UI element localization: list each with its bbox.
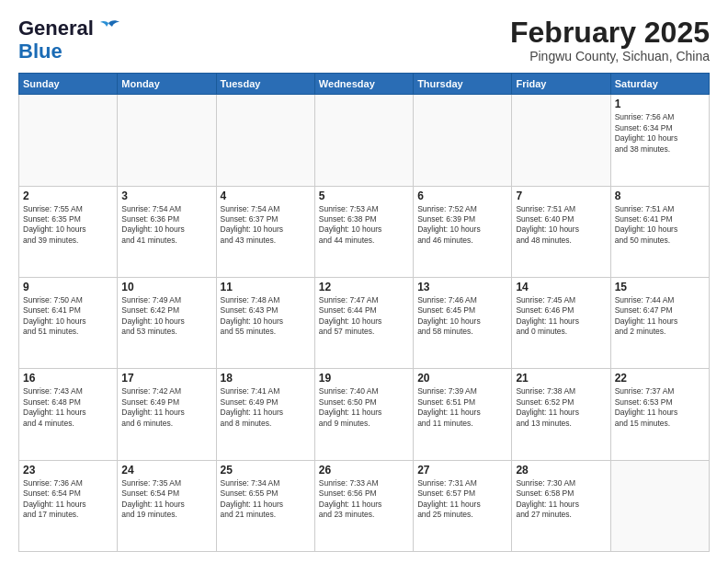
day-number: 6 <box>417 190 507 202</box>
day-info: Sunrise: 7:43 AM Sunset: 6:48 PM Dayligh… <box>23 386 113 429</box>
day-info: Sunrise: 7:50 AM Sunset: 6:41 PM Dayligh… <box>23 295 113 338</box>
day-number: 4 <box>221 190 311 202</box>
calendar-cell: 6Sunrise: 7:52 AM Sunset: 6:39 PM Daylig… <box>414 186 512 277</box>
day-info: Sunrise: 7:47 AM Sunset: 6:44 PM Dayligh… <box>319 295 409 338</box>
calendar-cell: 7Sunrise: 7:51 AM Sunset: 6:40 PM Daylig… <box>512 186 610 277</box>
day-info: Sunrise: 7:56 AM Sunset: 6:34 PM Dayligh… <box>615 112 705 155</box>
day-info: Sunrise: 7:40 AM Sunset: 6:50 PM Dayligh… <box>319 386 409 429</box>
day-number: 11 <box>221 281 311 293</box>
day-info: Sunrise: 7:54 AM Sunset: 6:37 PM Dayligh… <box>221 204 311 247</box>
day-number: 25 <box>221 464 311 477</box>
weekday-header-wednesday: Wednesday <box>314 74 413 95</box>
day-info: Sunrise: 7:54 AM Sunset: 6:36 PM Dayligh… <box>121 204 211 247</box>
day-number: 19 <box>319 372 409 385</box>
week-row-1: 1Sunrise: 7:56 AM Sunset: 6:34 PM Daylig… <box>19 95 710 186</box>
day-info: Sunrise: 7:31 AM Sunset: 6:57 PM Dayligh… <box>417 478 507 521</box>
calendar-cell: 9Sunrise: 7:50 AM Sunset: 6:41 PM Daylig… <box>19 277 118 368</box>
day-number: 9 <box>23 281 113 293</box>
logo-general-text: General <box>18 17 94 40</box>
day-info: Sunrise: 7:42 AM Sunset: 6:49 PM Dayligh… <box>121 386 211 429</box>
calendar-cell: 22Sunrise: 7:37 AM Sunset: 6:53 PM Dayli… <box>610 369 709 460</box>
day-info: Sunrise: 7:53 AM Sunset: 6:38 PM Dayligh… <box>319 204 409 247</box>
day-number: 18 <box>221 372 311 385</box>
day-number: 2 <box>23 190 113 202</box>
day-number: 27 <box>417 464 507 477</box>
calendar-table: SundayMondayTuesdayWednesdayThursdayFrid… <box>18 73 710 552</box>
page: General Blue February 2025 Pingwu County… <box>0 0 728 563</box>
day-info: Sunrise: 7:39 AM Sunset: 6:51 PM Dayligh… <box>417 386 507 429</box>
day-number: 7 <box>516 190 606 202</box>
calendar-cell: 10Sunrise: 7:49 AM Sunset: 6:42 PM Dayli… <box>118 277 216 368</box>
weekday-header-row: SundayMondayTuesdayWednesdayThursdayFrid… <box>19 74 710 95</box>
calendar-cell: 11Sunrise: 7:48 AM Sunset: 6:43 PM Dayli… <box>216 277 314 368</box>
day-number: 13 <box>417 281 507 293</box>
logo-bird-icon <box>96 19 121 38</box>
week-row-2: 2Sunrise: 7:55 AM Sunset: 6:35 PM Daylig… <box>19 186 710 277</box>
logo: General Blue <box>18 17 121 63</box>
day-number: 14 <box>516 281 606 293</box>
calendar-cell: 27Sunrise: 7:31 AM Sunset: 6:57 PM Dayli… <box>414 460 512 551</box>
day-number: 16 <box>23 372 113 385</box>
day-info: Sunrise: 7:35 AM Sunset: 6:54 PM Dayligh… <box>121 478 211 521</box>
weekday-header-saturday: Saturday <box>610 74 709 95</box>
day-number: 23 <box>23 464 113 477</box>
day-info: Sunrise: 7:36 AM Sunset: 6:54 PM Dayligh… <box>23 478 113 521</box>
header: General Blue February 2025 Pingwu County… <box>18 17 710 63</box>
day-number: 24 <box>121 464 211 477</box>
day-info: Sunrise: 7:44 AM Sunset: 6:47 PM Dayligh… <box>615 295 705 338</box>
calendar-cell: 2Sunrise: 7:55 AM Sunset: 6:35 PM Daylig… <box>19 186 118 277</box>
calendar-cell: 13Sunrise: 7:46 AM Sunset: 6:45 PM Dayli… <box>414 277 512 368</box>
title-area: February 2025 Pingwu County, Sichuan, Ch… <box>510 17 710 63</box>
day-number: 3 <box>121 190 211 202</box>
month-title: February 2025 <box>510 17 710 49</box>
day-info: Sunrise: 7:45 AM Sunset: 6:46 PM Dayligh… <box>516 295 606 338</box>
day-number: 8 <box>615 190 705 202</box>
week-row-3: 9Sunrise: 7:50 AM Sunset: 6:41 PM Daylig… <box>19 277 710 368</box>
day-info: Sunrise: 7:34 AM Sunset: 6:55 PM Dayligh… <box>221 478 311 521</box>
day-info: Sunrise: 7:49 AM Sunset: 6:42 PM Dayligh… <box>121 295 211 338</box>
week-row-4: 16Sunrise: 7:43 AM Sunset: 6:48 PM Dayli… <box>19 369 710 460</box>
calendar-cell: 15Sunrise: 7:44 AM Sunset: 6:47 PM Dayli… <box>610 277 709 368</box>
calendar-cell: 5Sunrise: 7:53 AM Sunset: 6:38 PM Daylig… <box>314 186 413 277</box>
calendar-cell: 3Sunrise: 7:54 AM Sunset: 6:36 PM Daylig… <box>118 186 216 277</box>
day-info: Sunrise: 7:30 AM Sunset: 6:58 PM Dayligh… <box>516 478 606 521</box>
weekday-header-thursday: Thursday <box>414 74 512 95</box>
calendar-cell <box>216 95 314 186</box>
day-info: Sunrise: 7:51 AM Sunset: 6:40 PM Dayligh… <box>516 204 606 247</box>
calendar-cell <box>314 95 413 186</box>
day-number: 10 <box>121 281 211 293</box>
weekday-header-monday: Monday <box>118 74 216 95</box>
day-number: 28 <box>516 464 606 477</box>
calendar-cell: 23Sunrise: 7:36 AM Sunset: 6:54 PM Dayli… <box>19 460 118 551</box>
calendar-cell: 16Sunrise: 7:43 AM Sunset: 6:48 PM Dayli… <box>19 369 118 460</box>
day-number: 21 <box>516 372 606 385</box>
day-info: Sunrise: 7:48 AM Sunset: 6:43 PM Dayligh… <box>221 295 311 338</box>
day-info: Sunrise: 7:33 AM Sunset: 6:56 PM Dayligh… <box>319 478 409 521</box>
calendar-cell <box>19 95 118 186</box>
day-info: Sunrise: 7:38 AM Sunset: 6:52 PM Dayligh… <box>516 386 606 429</box>
calendar-cell: 12Sunrise: 7:47 AM Sunset: 6:44 PM Dayli… <box>314 277 413 368</box>
calendar-cell: 1Sunrise: 7:56 AM Sunset: 6:34 PM Daylig… <box>610 95 709 186</box>
calendar-cell: 19Sunrise: 7:40 AM Sunset: 6:50 PM Dayli… <box>314 369 413 460</box>
calendar-cell <box>512 95 610 186</box>
day-number: 15 <box>615 281 705 293</box>
day-number: 20 <box>417 372 507 385</box>
day-info: Sunrise: 7:55 AM Sunset: 6:35 PM Dayligh… <box>23 204 113 247</box>
calendar-cell <box>118 95 216 186</box>
weekday-header-sunday: Sunday <box>19 74 118 95</box>
calendar-cell: 24Sunrise: 7:35 AM Sunset: 6:54 PM Dayli… <box>118 460 216 551</box>
location-subtitle: Pingwu County, Sichuan, China <box>510 49 710 63</box>
day-number: 17 <box>121 372 211 385</box>
logo-blue-text: Blue <box>18 40 63 63</box>
calendar-cell: 21Sunrise: 7:38 AM Sunset: 6:52 PM Dayli… <box>512 369 610 460</box>
day-info: Sunrise: 7:51 AM Sunset: 6:41 PM Dayligh… <box>615 204 705 247</box>
day-number: 12 <box>319 281 409 293</box>
day-number: 22 <box>615 372 705 385</box>
calendar-cell: 26Sunrise: 7:33 AM Sunset: 6:56 PM Dayli… <box>314 460 413 551</box>
calendar-cell: 18Sunrise: 7:41 AM Sunset: 6:49 PM Dayli… <box>216 369 314 460</box>
calendar-cell: 8Sunrise: 7:51 AM Sunset: 6:41 PM Daylig… <box>610 186 709 277</box>
calendar-cell <box>414 95 512 186</box>
day-info: Sunrise: 7:41 AM Sunset: 6:49 PM Dayligh… <box>221 386 311 429</box>
calendar-cell: 25Sunrise: 7:34 AM Sunset: 6:55 PM Dayli… <box>216 460 314 551</box>
calendar-cell: 20Sunrise: 7:39 AM Sunset: 6:51 PM Dayli… <box>414 369 512 460</box>
